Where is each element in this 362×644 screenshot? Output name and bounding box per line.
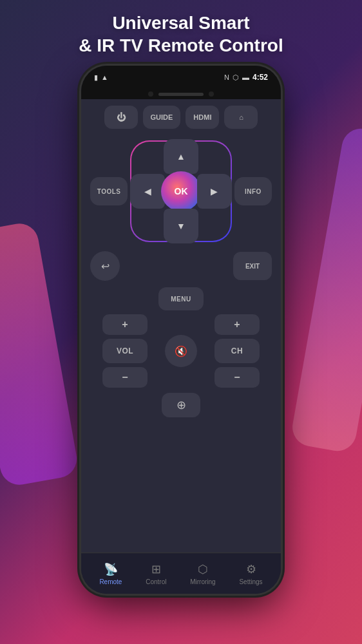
mute-button[interactable]: 🔇 (165, 335, 197, 367)
arrow-down-icon: ▼ (176, 221, 186, 231)
nav-item-control[interactable]: ⊞ Control (139, 560, 173, 588)
top-buttons-row: ⏻ GUIDE HDMI ⌂ (104, 106, 258, 129)
phone-frame: ▮ ▲ N ⬡ ▬ 4:52 ⏻ GUIDE HDMI ⌂ TOOLS (81, 66, 281, 594)
remote-nav-label: Remote (99, 578, 122, 585)
status-bar: ▮ ▲ N ⬡ ▬ 4:52 (81, 66, 281, 89)
sim-icon: ▮ (94, 73, 98, 82)
nav-item-mirroring[interactable]: ⬡ Mirroring (184, 560, 222, 588)
status-right: N ⬡ ▬ 4:52 (224, 73, 268, 82)
dpad-right-button[interactable]: ▶ (197, 174, 232, 209)
speaker-bar (158, 93, 204, 96)
control-nav-icon: ⊞ (151, 562, 161, 576)
ok-button[interactable]: OK (161, 171, 201, 211)
info-button[interactable]: INFO (234, 177, 272, 205)
arrow-left-icon: ◀ (144, 186, 151, 196)
source-button[interactable]: ⊕ (162, 393, 200, 417)
dpad-up-button[interactable]: ▲ (164, 139, 198, 174)
bg-decoration-right (289, 126, 362, 454)
home-button[interactable]: ⌂ (224, 106, 258, 129)
ch-minus-button[interactable]: − (214, 367, 260, 388)
remote-nav-icon: 📡 (104, 562, 118, 576)
arrow-up-icon: ▲ (176, 151, 186, 162)
dpad-left-button[interactable]: ◀ (130, 174, 165, 209)
bottom-nav: 📡 Remote ⊞ Control ⬡ Mirroring ⚙ Setting… (81, 553, 281, 594)
ch-plus-button[interactable]: + (214, 314, 260, 335)
vol-minus-button[interactable]: − (102, 367, 148, 388)
menu-button[interactable]: MENU (158, 287, 204, 310)
guide-button[interactable]: GUIDE (143, 106, 181, 129)
status-time: 4:52 (252, 73, 268, 82)
control-nav-label: Control (146, 578, 166, 585)
mute-section: 🔇 (165, 335, 197, 367)
vol-label: VOL (102, 339, 148, 363)
camera-area (81, 89, 281, 99)
arrow-right-icon: ▶ (211, 186, 218, 196)
nav-item-remote[interactable]: 📡 Remote (93, 560, 128, 588)
hdmi-button[interactable]: HDMI (186, 106, 219, 129)
mute-icon: 🔇 (175, 345, 187, 357)
camera-dot-left (148, 91, 153, 97)
mirroring-nav-icon: ⬡ (198, 562, 208, 576)
ch-label: CH (214, 339, 260, 363)
vol-section: + VOL − (90, 314, 160, 388)
battery-icon: ▬ (242, 73, 249, 81)
tools-button[interactable]: TOOLS (90, 177, 128, 205)
bluetooth-icon: ⬡ (233, 73, 239, 82)
dpad-row: TOOLS ▲ ◀ OK ▶ ▼ INFO (90, 137, 272, 246)
status-left: ▮ ▲ (94, 73, 108, 82)
vol-ch-area: + VOL − 🔇 + CH − (90, 314, 272, 388)
exit-button[interactable]: EXIT (233, 252, 272, 280)
source-row: ⊕ (90, 393, 272, 417)
bg-decoration-left (0, 221, 80, 488)
camera-dot-right (209, 91, 214, 97)
settings-nav-label: Settings (239, 578, 262, 585)
back-exit-row: ↩ EXIT (90, 251, 272, 281)
nfc-icon: N (224, 73, 229, 81)
back-button[interactable]: ↩ (90, 251, 120, 281)
menu-row: MENU (90, 287, 272, 310)
nav-item-settings[interactable]: ⚙ Settings (233, 560, 269, 588)
mirroring-nav-label: Mirroring (190, 578, 215, 585)
back-icon: ↩ (101, 260, 110, 272)
remote-body: ⏻ GUIDE HDMI ⌂ TOOLS ▲ ◀ OK ▶ ▼ (81, 99, 281, 553)
dpad-down-button[interactable]: ▼ (164, 209, 198, 243)
page-title: Universal Smart & IR TV Remote Control (59, 0, 302, 66)
wifi-icon: ▲ (101, 73, 108, 81)
ch-section: + CH − (202, 314, 272, 388)
dpad-container: ▲ ◀ OK ▶ ▼ (128, 137, 234, 246)
power-button[interactable]: ⏻ (104, 106, 138, 129)
source-icon: ⊕ (176, 398, 186, 412)
vol-plus-button[interactable]: + (102, 314, 148, 335)
settings-nav-icon: ⚙ (246, 562, 256, 576)
